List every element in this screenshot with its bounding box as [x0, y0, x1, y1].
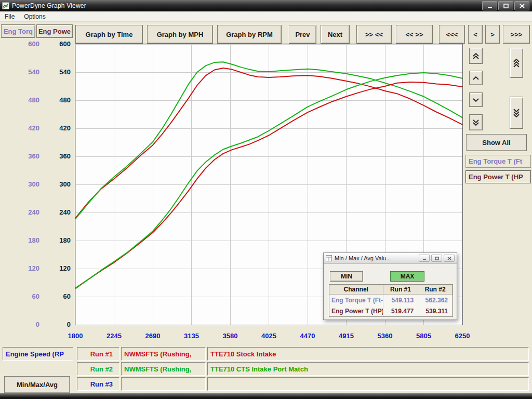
window-bottom-edge	[0, 393, 532, 399]
y-tick-power: 60	[63, 292, 71, 301]
run-label-3[interactable]: Run #3	[77, 377, 119, 391]
minmax-window-controls	[419, 255, 455, 262]
y-tick-torque: 300	[28, 180, 39, 189]
x-tick: 1800	[60, 332, 91, 340]
minmax-window: Min / Max / Avg Valu... MIN MAX ChannelR…	[323, 252, 457, 320]
window-controls	[482, 1, 529, 10]
minmax-header-1[interactable]: Run #1	[383, 285, 419, 294]
minmax-window-icon	[326, 255, 332, 261]
menu-item-file[interactable]: File	[0, 12, 19, 21]
y-tick-torque: 120	[28, 264, 39, 273]
toolbar-button-4[interactable]: Next	[321, 25, 350, 44]
maximize-glyph	[503, 4, 509, 8]
y-tick-torque: 240	[28, 208, 39, 217]
legend-power[interactable]: Eng Power T (HP	[466, 170, 531, 183]
y-tick-torque: 180	[28, 236, 39, 245]
minmax-row-0: Eng Torque T (Ft-549.113562.362	[329, 295, 453, 305]
run-description-3	[207, 377, 529, 391]
minimize-glyph	[487, 4, 493, 8]
legend-torque-label: Eng Torque T (Ft	[469, 157, 522, 165]
x-tick: 2690	[137, 332, 168, 340]
minmax-table: ChannelRun #1Run #2 Eng Torque T (Ft-549…	[329, 284, 453, 317]
x-tick: 4025	[254, 332, 285, 340]
y-tick-power: 120	[59, 264, 71, 273]
y-tick-power: 360	[59, 152, 71, 161]
y-tick-power: 600	[59, 40, 71, 48]
toolbar-button-7[interactable]: <<<	[439, 25, 465, 44]
show-all-button[interactable]: Show All	[466, 134, 527, 151]
x-tick: 4470	[292, 332, 323, 340]
y-tick-torque: 600	[28, 40, 39, 48]
minmax-restore-icon[interactable]	[431, 255, 442, 262]
toolbar-button-10[interactable]: >>>	[503, 25, 530, 44]
chevron-down-icon	[473, 98, 479, 102]
run-description-2: TTE710 CTS Intake Port Match	[207, 362, 529, 376]
minmax-header-0[interactable]: Channel	[329, 285, 383, 294]
y-tick-torque: 540	[28, 68, 39, 76]
chevron-up-icon	[473, 56, 479, 59]
y-tick-torque: 360	[28, 152, 39, 161]
scale-down-button[interactable]	[510, 97, 523, 129]
y-tick-power: 420	[59, 124, 71, 132]
min-button[interactable]: MIN	[330, 271, 363, 282]
y-tick-power: 480	[59, 96, 71, 104]
run-description-1: TTE710 Stock Intake	[207, 347, 529, 361]
run-label-1[interactable]: Run #1	[77, 347, 119, 361]
minmax-window-title: Min / Max / Avg Valu...	[335, 255, 391, 261]
scroll-down-double-button[interactable]	[469, 114, 483, 130]
minmax-window-titlebar[interactable]: Min / Max / Avg Valu...	[324, 253, 457, 264]
y-tick-power: 540	[59, 68, 71, 76]
y-tick-torque: 0	[36, 321, 39, 329]
run-dataset-2: NWMSFTS (Rushing,	[121, 362, 206, 376]
y-axis-torque: 600540480420360300240180120600	[20, 0, 39, 399]
chevron-down-icon	[513, 114, 520, 117]
run-label-2[interactable]: Run #2	[77, 362, 119, 376]
toolbar-button-3[interactable]: Prev	[289, 25, 316, 44]
x-tick: 3580	[215, 332, 246, 340]
y-tick-torque: 60	[32, 292, 39, 301]
toolbar-button-6[interactable]: << >>	[396, 25, 433, 44]
minmax-close-icon[interactable]	[444, 255, 455, 262]
chevron-up-icon	[473, 76, 479, 80]
x-tick: 4915	[331, 332, 362, 340]
x-axis-title: Engine Speed (RP	[3, 347, 73, 361]
app-icon	[2, 2, 9, 9]
x-tick: 5805	[408, 332, 440, 340]
y-tick-torque: 420	[28, 124, 39, 132]
toolbar-button-1[interactable]: Graph by MPH	[147, 25, 213, 44]
close-glyph	[520, 4, 525, 8]
toolbar-button-8[interactable]: <	[468, 25, 483, 44]
minmaxavg-button[interactable]: Min/Max/Avg	[4, 376, 70, 393]
minimize-icon[interactable]	[482, 1, 497, 10]
chevron-down-icon	[473, 122, 479, 126]
y-tick-power: 240	[59, 208, 71, 217]
window-titlebar[interactable]: PowerDyne Graph Viewer	[0, 0, 532, 11]
x-tick: 5360	[369, 332, 401, 340]
y-tick-power: 300	[59, 180, 71, 189]
legend-power-label: Eng Power T (HP	[469, 173, 523, 181]
scroll-up-double-button[interactable]	[469, 48, 483, 64]
toolbar-button-0[interactable]: Graph by Time	[75, 25, 143, 44]
y-tick-torque: 480	[28, 96, 39, 104]
legend-torque[interactable]: Eng Torque T (Ft	[466, 155, 531, 168]
minmax-cell-run1: 519.477	[383, 305, 419, 316]
minmax-minimize-icon[interactable]	[419, 255, 430, 262]
menubar: FileOptions	[0, 11, 532, 22]
scroll-down-button[interactable]	[469, 92, 483, 107]
minimize-glyph	[422, 257, 427, 260]
maximize-icon[interactable]	[498, 1, 513, 10]
toolbar-button-5[interactable]: >> <<	[356, 25, 392, 44]
scale-up-button[interactable]	[510, 48, 523, 78]
toolbar-button-9[interactable]: >	[485, 25, 500, 44]
minmax-header-2[interactable]: Run #2	[418, 285, 453, 294]
close-glyph	[447, 257, 451, 260]
close-icon[interactable]	[514, 1, 529, 10]
chevron-up-icon	[513, 64, 520, 68]
y-tick-power: 0	[67, 321, 71, 329]
restore-glyph	[435, 257, 439, 260]
toolbar-button-2[interactable]: Graph by RPM	[217, 25, 282, 44]
app-icon-graphic	[2, 2, 9, 9]
max-button[interactable]: MAX	[390, 271, 424, 282]
scroll-up-button[interactable]	[469, 71, 483, 85]
minmax-cell-channel: Eng Torque T (Ft-	[329, 295, 383, 305]
